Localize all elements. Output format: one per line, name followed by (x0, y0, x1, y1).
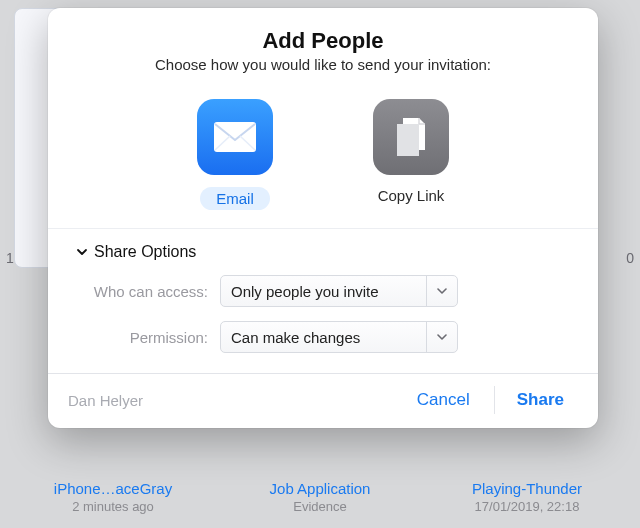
mail-icon (197, 99, 273, 175)
access-select[interactable]: Only people you invite (220, 275, 458, 307)
background-item-subtitle: 2 minutes ago (28, 499, 198, 514)
cancel-button[interactable]: Cancel (403, 386, 484, 414)
permission-select[interactable]: Can make changes (220, 321, 458, 353)
share-methods: Email Copy Link (76, 99, 570, 210)
share-method-label: Copy Link (378, 187, 445, 204)
share-method-copy-link[interactable]: Copy Link (351, 99, 471, 210)
background-item-subtitle: Evidence (235, 499, 405, 514)
background-item-title: Job Application (235, 480, 405, 497)
access-select-value: Only people you invite (231, 283, 379, 300)
svg-rect-0 (214, 122, 256, 152)
background-item[interactable]: Job Application Evidence (235, 480, 405, 514)
permission-label: Permission: (76, 329, 208, 346)
background-right-char: 0 (626, 250, 634, 266)
access-label: Who can access: (76, 283, 208, 300)
copy-link-icon (373, 99, 449, 175)
chevron-down-icon (426, 276, 447, 306)
background-items: iPhone…aceGray 2 minutes ago Job Applica… (0, 480, 640, 528)
svg-rect-1 (397, 124, 419, 156)
modal-title: Add People (76, 28, 570, 54)
modal-subtitle: Choose how you would like to send your i… (76, 56, 570, 73)
share-button[interactable]: Share (494, 386, 578, 414)
background-item-title: Playing-Thunder (442, 480, 612, 497)
permission-select-value: Can make changes (231, 329, 360, 346)
add-people-modal: Add People Choose how you would like to … (48, 8, 598, 428)
divider (48, 228, 598, 229)
share-method-label: Email (200, 187, 270, 210)
share-method-email[interactable]: Email (175, 99, 295, 210)
background-item[interactable]: iPhone…aceGray 2 minutes ago (28, 480, 198, 514)
footer-user: Dan Helyer (68, 392, 403, 409)
chevron-down-icon (76, 246, 88, 258)
modal-footer: Dan Helyer Cancel Share (48, 373, 598, 428)
chevron-down-icon (426, 322, 447, 352)
share-options-toggle[interactable]: Share Options (76, 243, 570, 261)
background-item[interactable]: Playing-Thunder 17/01/2019, 22:18 (442, 480, 612, 514)
share-options-header: Share Options (94, 243, 196, 261)
share-options: Share Options Who can access: Only peopl… (76, 243, 570, 353)
background-left-char: 1 (6, 250, 14, 266)
background-item-title: iPhone…aceGray (28, 480, 198, 497)
background-item-subtitle: 17/01/2019, 22:18 (442, 499, 612, 514)
